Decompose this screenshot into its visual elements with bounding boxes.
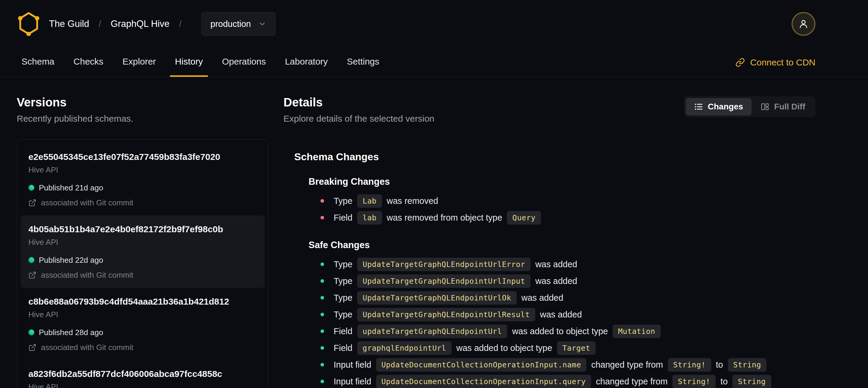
git-commit-label: associated with Git commit: [41, 342, 133, 352]
version-item[interactable]: 4b05ab51b1b4a7e2e4b0ef82172f2b9f7ef98c0b…: [21, 215, 265, 288]
change-text: was added to object type: [512, 326, 608, 336]
version-status: Published 21d ago: [28, 183, 257, 193]
change-text: Field: [334, 213, 352, 223]
view-toggle: ChangesFull Diff: [684, 96, 815, 117]
version-service: Hive API: [28, 237, 257, 247]
version-item[interactable]: c8b6e88a06793b9c4dfd54aaa21b36a1b421d812…: [21, 288, 265, 360]
connect-cdn-link[interactable]: Connect to CDN: [735, 48, 815, 77]
bullet-dot: [320, 263, 324, 266]
change-item: Input fieldUpdateDocumentCollectionOpera…: [320, 373, 815, 388]
git-commit-link[interactable]: associated with Git commit: [28, 198, 257, 208]
bullet-dot: [320, 380, 324, 383]
code-badge: Target: [557, 341, 596, 355]
code-badge: UpdateTargetGraphQLEndpointUrlResult: [357, 308, 535, 321]
version-status: Published 22d ago: [28, 255, 257, 265]
change-text: Field: [334, 343, 352, 353]
change-list: TypeLabwas removedFieldlabwas removed fr…: [309, 192, 815, 226]
bullet-dot: [320, 346, 324, 350]
version-service: Hive API: [28, 309, 257, 320]
topbar: The Guild / GraphQL Hive / production: [0, 0, 868, 48]
version-service: Hive API: [28, 165, 257, 175]
version-status: Published 28d ago: [28, 327, 257, 337]
versions-panel: Versions Recently published schemas. e2e…: [17, 96, 269, 388]
git-commit-label: associated with Git commit: [41, 270, 133, 280]
bullet-dot: [320, 313, 324, 316]
target-selector[interactable]: production: [201, 12, 276, 36]
code-badge: String: [733, 375, 771, 388]
bullet-dot: [320, 296, 324, 300]
change-text: Type: [334, 310, 352, 320]
change-text: Type: [334, 293, 352, 303]
published-dot-icon: [28, 185, 34, 191]
change-text: was removed from object type: [387, 213, 502, 223]
main-nav: SchemaChecksExplorerHistoryOperationsLab…: [0, 48, 868, 77]
change-sections: Breaking ChangesTypeLabwas removedFieldl…: [294, 176, 815, 388]
published-label: Published 22d ago: [39, 255, 103, 265]
bullet-dot: [320, 363, 324, 366]
change-text: was added: [540, 310, 582, 320]
tab-operations[interactable]: Operations: [217, 48, 271, 77]
details-title: Details: [283, 96, 434, 109]
tab-schema[interactable]: Schema: [17, 48, 59, 77]
full-diff-button[interactable]: Full Diff: [752, 98, 814, 115]
change-text: was added: [535, 260, 577, 269]
bullet-dot: [320, 329, 324, 333]
git-commit-link[interactable]: associated with Git commit: [28, 342, 257, 352]
change-text: was added: [522, 293, 563, 303]
version-service: Hive API: [28, 382, 257, 388]
full-diff-label: Full Diff: [774, 102, 805, 112]
code-badge: graphqlEndpointUrl: [357, 341, 452, 355]
tab-laboratory[interactable]: Laboratory: [280, 48, 333, 77]
version-item[interactable]: a823f6db2a55df877dcf406006abca97fcc4858c…: [21, 360, 265, 388]
code-badge: Mutation: [613, 325, 660, 338]
git-commit-label: associated with Git commit: [41, 198, 133, 208]
change-text: to: [716, 360, 723, 370]
change-text: changed type from: [591, 360, 663, 370]
change-text: Type: [334, 260, 352, 269]
link-icon: [735, 58, 745, 67]
change-text: changed type from: [596, 377, 668, 387]
code-badge: updateTargetGraphQLEndpointUrl: [357, 325, 507, 338]
changes-label: Changes: [708, 102, 743, 112]
change-text: Field: [334, 326, 352, 336]
published-label: Published 21d ago: [39, 183, 103, 193]
change-item: FieldupdateTargetGraphQLEndpointUrlwas a…: [320, 323, 815, 339]
tab-settings[interactable]: Settings: [342, 48, 384, 77]
breadcrumb-project[interactable]: GraphQL Hive: [111, 19, 169, 29]
breadcrumb-org[interactable]: The Guild: [49, 19, 89, 29]
tab-explorer[interactable]: Explorer: [117, 48, 161, 77]
bullet-dot: [320, 199, 324, 203]
change-item: TypeLabwas removed: [320, 192, 815, 209]
tab-checks[interactable]: Checks: [68, 48, 108, 77]
published-dot-icon: [28, 329, 34, 335]
change-text: was added: [535, 276, 577, 286]
connect-cdn-label: Connect to CDN: [750, 57, 815, 67]
versions-title: Versions: [17, 96, 269, 109]
code-badge: UpdateDocumentCollectionOperationInput.q…: [376, 375, 591, 388]
details-subtitle: Explore details of the selected version: [283, 114, 434, 124]
code-badge: String!: [672, 375, 716, 388]
change-item: Input fieldUpdateDocumentCollectionOpera…: [320, 356, 815, 373]
change-text: Input field: [334, 360, 371, 370]
tab-history[interactable]: History: [170, 48, 208, 77]
external-link-icon: [28, 199, 36, 207]
version-item[interactable]: e2e55045345ce13fe07f52a77459b83fa3fe7020…: [21, 143, 265, 215]
schema-changes-title: Schema Changes: [294, 151, 815, 162]
change-item: FieldgraphqlEndpointUrlwas added to obje…: [320, 339, 815, 356]
nav-tabs: SchemaChecksExplorerHistoryOperationsLab…: [12, 48, 389, 77]
bullet-dot: [320, 279, 324, 283]
change-item: TypeUpdateTargetGraphQLEndpointUrlErrorw…: [320, 256, 815, 273]
version-hash: c8b6e88a06793b9c4dfd54aaa21b36a1b421d812: [28, 296, 257, 307]
change-text: Type: [334, 276, 352, 286]
change-item: TypeUpdateTargetGraphQLEndpointUrlOkwas …: [320, 289, 815, 306]
hive-logo-icon: [17, 11, 41, 37]
git-commit-link[interactable]: associated with Git commit: [28, 270, 257, 280]
change-text: to: [720, 377, 727, 387]
user-avatar-button[interactable]: [792, 12, 815, 36]
changes-button[interactable]: Changes: [686, 98, 751, 115]
columns-icon: [761, 102, 769, 111]
change-text: Type: [334, 196, 352, 206]
target-selector-value: production: [211, 19, 251, 29]
change-list: TypeUpdateTargetGraphQLEndpointUrlErrorw…: [309, 256, 815, 388]
breadcrumb-separator: /: [99, 19, 101, 29]
